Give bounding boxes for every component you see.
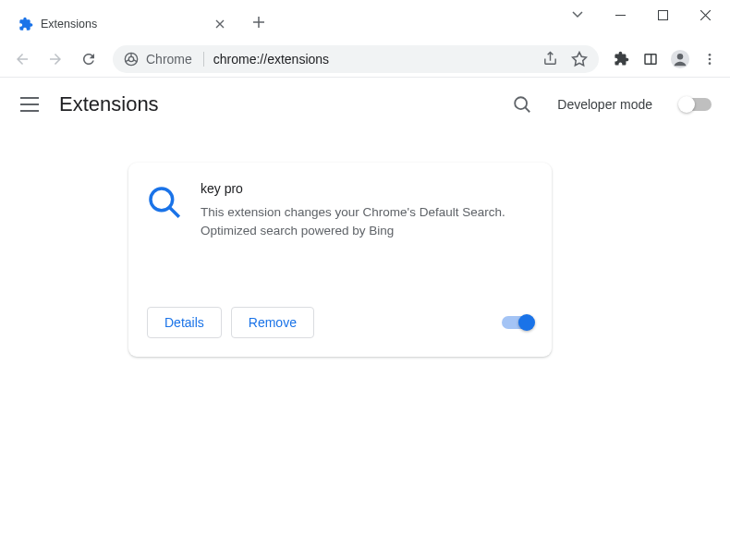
svg-rect-1	[658, 10, 667, 19]
svg-point-9	[709, 57, 712, 60]
minimize-window-button[interactable]	[599, 0, 641, 30]
page-header: Extensions Developer mode	[0, 78, 730, 131]
svg-point-3	[128, 56, 133, 61]
share-icon[interactable]	[542, 51, 558, 67]
omnibox-chip-label: Chrome	[146, 52, 192, 67]
address-bar[interactable]: Chrome chrome://extensions	[113, 45, 599, 73]
page-title: Extensions	[59, 92, 487, 116]
maximize-window-button[interactable]	[641, 0, 684, 30]
puzzle-piece-icon	[18, 17, 33, 31]
extensions-list: key pro This extension changes your Chro…	[0, 131, 730, 357]
extension-name: key pro	[201, 181, 533, 196]
svg-rect-0	[615, 15, 626, 16]
remove-button[interactable]: Remove	[231, 307, 314, 338]
details-button[interactable]: Details	[147, 307, 222, 338]
svg-line-12	[525, 107, 529, 112]
search-icon[interactable]	[505, 88, 539, 121]
omnibox-security-chip[interactable]: Chrome	[124, 52, 204, 67]
developer-mode-toggle[interactable]	[680, 98, 712, 111]
browser-tab[interactable]: Extensions	[7, 7, 238, 41]
tab-search-icon[interactable]	[556, 0, 599, 30]
tab-title: Extensions	[41, 18, 205, 30]
extension-icon	[147, 185, 182, 220]
hamburger-menu-icon[interactable]	[18, 93, 41, 116]
close-window-button[interactable]	[684, 0, 726, 30]
svg-point-11	[515, 97, 527, 109]
developer-mode-label: Developer mode	[557, 97, 652, 112]
kebab-menu-icon[interactable]	[697, 46, 723, 72]
svg-point-10	[709, 62, 712, 65]
chrome-logo-icon	[124, 52, 139, 67]
extension-description: This extension changes your Chrome's Def…	[201, 203, 533, 241]
bookmark-star-icon[interactable]	[571, 51, 588, 67]
profile-avatar-icon[interactable]	[667, 46, 693, 72]
sidepanel-icon[interactable]	[638, 46, 663, 72]
window-titlebar: Extensions	[0, 0, 730, 41]
close-tab-icon[interactable]	[213, 17, 227, 31]
omnibox-url: chrome://extensions	[213, 52, 533, 67]
svg-point-13	[151, 189, 173, 211]
forward-button[interactable]	[41, 44, 70, 74]
browser-toolbar: Chrome chrome://extensions	[0, 41, 730, 78]
svg-point-8	[709, 54, 712, 56]
back-button[interactable]	[7, 44, 37, 74]
svg-line-14	[170, 208, 179, 217]
extensions-icon[interactable]	[608, 46, 634, 72]
extension-enabled-toggle[interactable]	[502, 316, 533, 329]
extension-card: key pro This extension changes your Chro…	[128, 163, 552, 357]
svg-point-7	[677, 54, 683, 59]
new-tab-button[interactable]	[246, 9, 272, 35]
reload-button[interactable]	[74, 44, 103, 74]
